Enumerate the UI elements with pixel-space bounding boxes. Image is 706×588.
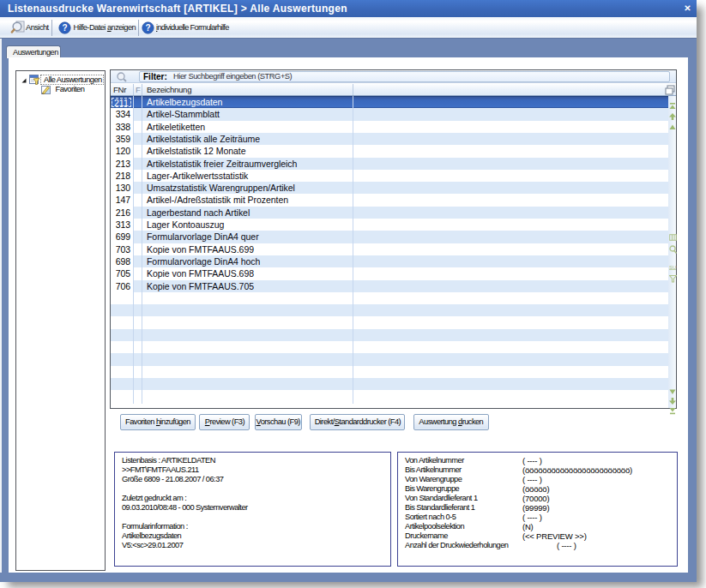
svg-text:?: ? bbox=[62, 23, 67, 33]
svg-text:?: ? bbox=[145, 23, 150, 33]
svg-text:SU: SU bbox=[669, 264, 676, 269]
